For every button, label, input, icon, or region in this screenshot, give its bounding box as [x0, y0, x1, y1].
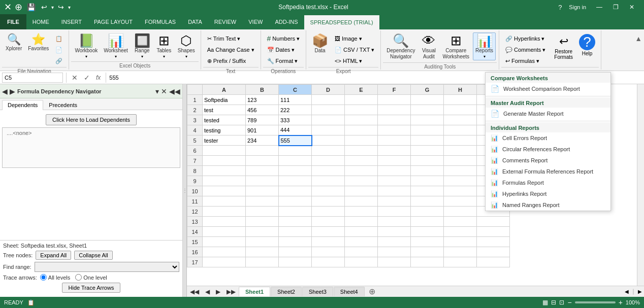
table-cell[interactable] [246, 257, 279, 267]
table-cell[interactable]: tested [203, 115, 246, 125]
btn-change-case[interactable]: Aa Change Case ▾ [204, 45, 257, 55]
table-cell[interactable] [378, 217, 411, 227]
table-cell[interactable] [279, 196, 312, 207]
item-comments[interactable]: 📊 Comments Report [486, 155, 610, 166]
sheet-nav-right[interactable]: ▶ [213, 288, 223, 295]
table-cell[interactable]: 456 [246, 105, 279, 115]
table-cell[interactable] [444, 125, 477, 135]
table-cell[interactable]: test [203, 105, 246, 115]
cancel-btn[interactable]: ✕ [70, 73, 80, 83]
sheet-tab-sheet3[interactable]: Sheet3 [302, 287, 333, 296]
table-cell[interactable] [312, 105, 345, 115]
help-btn[interactable]: ? [556, 4, 564, 11]
table-cell[interactable] [378, 257, 411, 267]
all-levels-label[interactable]: All levels [40, 274, 70, 281]
btn-format[interactable]: 🔧 Format ▾ [264, 56, 303, 66]
table-cell[interactable] [378, 247, 411, 257]
table-cell[interactable] [411, 105, 444, 115]
table-cell[interactable] [411, 146, 444, 156]
btn-xplorer[interactable]: 🔍 Xplorer [3, 32, 24, 53]
tab-addins[interactable]: ADD-INS [269, 14, 304, 29]
find-range-select[interactable] [35, 262, 179, 272]
btn-tables[interactable]: ⊞ Tables ▾ [154, 32, 174, 60]
table-cell[interactable] [246, 156, 279, 166]
redo-btn[interactable]: ↪ [57, 3, 65, 11]
table-cell[interactable] [444, 237, 477, 247]
table-cell[interactable] [378, 227, 411, 237]
table-cell[interactable] [246, 207, 279, 217]
table-cell[interactable] [345, 115, 378, 125]
table-cell[interactable] [378, 207, 411, 217]
table-cell[interactable] [444, 156, 477, 166]
add-sheet-btn[interactable]: ⊕ [365, 287, 379, 296]
row-num[interactable]: 4 [187, 125, 203, 135]
table-cell[interactable] [312, 186, 345, 196]
row-num[interactable]: 15 [187, 237, 203, 247]
table-cell[interactable] [378, 237, 411, 247]
row-num[interactable]: 9 [187, 176, 203, 186]
tab-review[interactable]: REVIEW [208, 14, 242, 29]
table-cell[interactable] [203, 207, 246, 217]
table-cell[interactable] [477, 227, 510, 237]
panel-close-btn[interactable]: ✕ [161, 87, 167, 95]
tab-file[interactable]: FILE [0, 14, 26, 29]
item-formulas-report[interactable]: 📊 Formulas Report [486, 177, 610, 188]
table-cell[interactable] [203, 146, 246, 156]
btn-favorites[interactable]: ⭐ Favorites [25, 32, 51, 53]
table-cell[interactable] [378, 146, 411, 156]
table-cell[interactable] [477, 237, 510, 247]
table-cell[interactable] [345, 166, 378, 176]
tab-view[interactable]: VIEW [242, 14, 269, 29]
btn-workbook[interactable]: 📗 Workbook ▾ [72, 32, 100, 60]
btn-range[interactable]: 🔲 Range ▾ [132, 32, 153, 60]
btn-compare-ws[interactable]: ⊞ CompareWorksheets [440, 32, 472, 61]
table-cell[interactable] [246, 247, 279, 257]
table-cell[interactable]: testing [203, 125, 246, 135]
btn-data[interactable]: 📦 Data [309, 32, 331, 55]
table-cell[interactable] [312, 257, 345, 267]
btn-visual-audit[interactable]: 👁 VisualAudit [418, 32, 439, 61]
btn-image[interactable]: 🖼 Image ▾ [332, 33, 377, 44]
tab-data[interactable]: DATA [182, 14, 208, 29]
tab-precedents[interactable]: Precedents [43, 100, 83, 110]
panel-dropdown-btn[interactable]: ▾ [155, 87, 159, 95]
row-num[interactable]: 16 [187, 247, 203, 257]
table-cell[interactable] [378, 186, 411, 196]
btn-misc2[interactable]: 📄 [52, 45, 66, 55]
table-cell[interactable] [411, 257, 444, 267]
item-circular-refs[interactable]: 📊 Circular References Report [486, 144, 610, 155]
table-cell[interactable] [378, 115, 411, 125]
btn-comments[interactable]: 💬 Comments ▾ [502, 45, 549, 55]
btn-trim-text[interactable]: ✂ Trim Text ▾ [204, 33, 257, 44]
table-cell[interactable]: Softpedia [203, 95, 246, 105]
table-cell[interactable] [246, 166, 279, 176]
table-cell[interactable] [444, 166, 477, 176]
table-cell[interactable] [203, 227, 246, 237]
table-cell[interactable] [345, 237, 378, 247]
zoom-out-btn[interactable]: − [567, 298, 571, 306]
ribbon-collapse[interactable]: ▲ [633, 30, 644, 70]
tab-page-layout[interactable]: PAGE LAYOUT [88, 14, 139, 29]
table-cell[interactable] [312, 115, 345, 125]
table-cell[interactable] [279, 156, 312, 166]
table-cell[interactable] [378, 176, 411, 186]
undo-dropdown[interactable]: ▾ [51, 5, 54, 10]
table-cell[interactable] [378, 105, 411, 115]
tab-insert[interactable]: INSERT [55, 14, 88, 29]
all-levels-radio[interactable] [40, 274, 47, 281]
table-cell[interactable] [411, 207, 444, 217]
sheet-tab-sheet4[interactable]: Sheet4 [334, 287, 365, 296]
col-header-f[interactable]: F [378, 85, 411, 95]
table-cell[interactable]: 111 [279, 95, 312, 105]
table-cell[interactable] [477, 257, 510, 267]
table-cell[interactable] [203, 176, 246, 186]
item-cell-errors[interactable]: 📊 Cell Errors Report [486, 132, 610, 144]
item-ws-comparison[interactable]: 📄 Worksheet Comparison Report [486, 83, 610, 95]
table-cell[interactable] [378, 95, 411, 105]
table-cell[interactable] [444, 105, 477, 115]
confirm-btn[interactable]: ✓ [82, 73, 92, 83]
table-cell[interactable] [312, 217, 345, 227]
table-cell[interactable] [411, 196, 444, 207]
row-num[interactable]: 17 [187, 257, 203, 267]
panel-forward-btn[interactable]: ▶ [10, 87, 15, 95]
